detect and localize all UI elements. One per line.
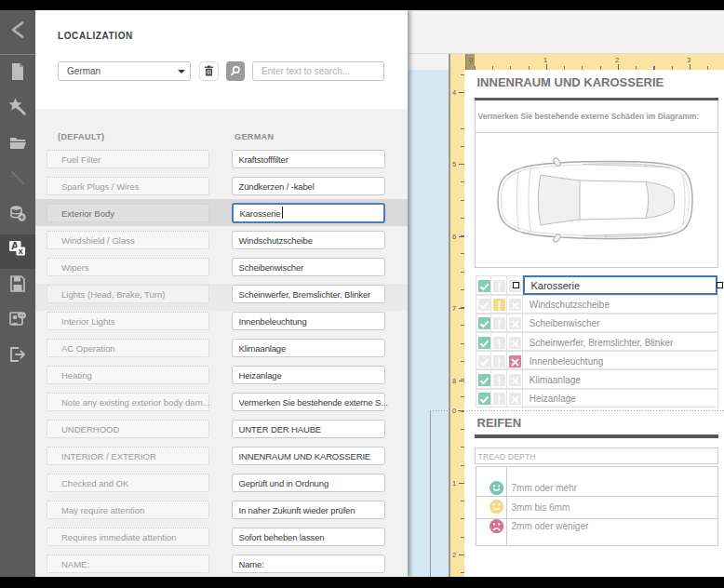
svg-text:x: x — [19, 247, 23, 256]
